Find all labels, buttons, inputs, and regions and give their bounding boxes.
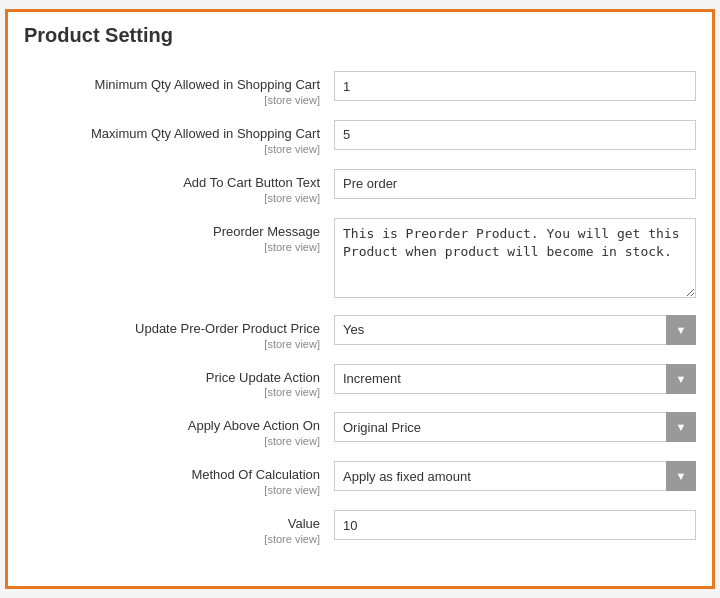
row-price-update-action: Price Update Action[store view]Increment…: [24, 364, 696, 399]
select-update-price[interactable]: YesNo: [334, 315, 696, 345]
label-method-of-calculation: Method Of Calculation: [24, 467, 320, 484]
label-col-add-to-cart-text: Add To Cart Button Text[store view]: [24, 169, 334, 204]
label-col-apply-above-action-on: Apply Above Action On[store view]: [24, 412, 334, 447]
input-max-qty[interactable]: [334, 120, 696, 150]
select-apply-above-action-on[interactable]: Original PriceSpecial Price: [334, 412, 696, 442]
label-value: Value: [24, 516, 320, 533]
select-wrapper-method-of-calculation: Apply as fixed amountApply as percentage…: [334, 461, 696, 491]
label-col-min-qty: Minimum Qty Allowed in Shopping Cart[sto…: [24, 71, 334, 106]
label-col-value: Value[store view]: [24, 510, 334, 545]
label-col-max-qty: Maximum Qty Allowed in Shopping Cart[sto…: [24, 120, 334, 155]
row-preorder-message: Preorder Message[store view]This is Preo…: [24, 218, 696, 301]
input-col-max-qty: [334, 120, 696, 150]
input-add-to-cart-text[interactable]: [334, 169, 696, 199]
product-setting-panel: Product Setting Minimum Qty Allowed in S…: [5, 9, 715, 589]
label-apply-above-action-on: Apply Above Action On: [24, 418, 320, 435]
input-col-method-of-calculation: Apply as fixed amountApply as percentage…: [334, 461, 696, 491]
label-sub-min-qty: [store view]: [24, 94, 320, 106]
label-col-preorder-message: Preorder Message[store view]: [24, 218, 334, 253]
row-apply-above-action-on: Apply Above Action On[store view]Origina…: [24, 412, 696, 447]
label-preorder-message: Preorder Message: [24, 224, 320, 241]
select-price-update-action[interactable]: IncrementDecrement: [334, 364, 696, 394]
label-sub-preorder-message: [store view]: [24, 241, 320, 253]
label-min-qty: Minimum Qty Allowed in Shopping Cart: [24, 77, 320, 94]
page-title: Product Setting: [24, 24, 696, 53]
row-min-qty: Minimum Qty Allowed in Shopping Cart[sto…: [24, 71, 696, 106]
row-value: Value[store view]: [24, 510, 696, 545]
row-update-price: Update Pre-Order Product Price[store vie…: [24, 315, 696, 350]
label-col-update-price: Update Pre-Order Product Price[store vie…: [24, 315, 334, 350]
input-col-value: [334, 510, 696, 540]
select-wrapper-update-price: YesNo▼: [334, 315, 696, 345]
select-wrapper-price-update-action: IncrementDecrement▼: [334, 364, 696, 394]
input-col-apply-above-action-on: Original PriceSpecial Price▼: [334, 412, 696, 442]
label-price-update-action: Price Update Action: [24, 370, 320, 387]
label-sub-apply-above-action-on: [store view]: [24, 435, 320, 447]
label-sub-price-update-action: [store view]: [24, 386, 320, 398]
label-sub-method-of-calculation: [store view]: [24, 484, 320, 496]
input-col-preorder-message: This is Preorder Product. You will get t…: [334, 218, 696, 301]
label-col-method-of-calculation: Method Of Calculation[store view]: [24, 461, 334, 496]
row-max-qty: Maximum Qty Allowed in Shopping Cart[sto…: [24, 120, 696, 155]
input-col-update-price: YesNo▼: [334, 315, 696, 345]
textarea-preorder-message[interactable]: This is Preorder Product. You will get t…: [334, 218, 696, 298]
input-col-add-to-cart-text: [334, 169, 696, 199]
label-max-qty: Maximum Qty Allowed in Shopping Cart: [24, 126, 320, 143]
label-sub-update-price: [store view]: [24, 338, 320, 350]
input-min-qty[interactable]: [334, 71, 696, 101]
label-sub-max-qty: [store view]: [24, 143, 320, 155]
input-value[interactable]: [334, 510, 696, 540]
label-sub-add-to-cart-text: [store view]: [24, 192, 320, 204]
input-col-min-qty: [334, 71, 696, 101]
label-col-price-update-action: Price Update Action[store view]: [24, 364, 334, 399]
label-update-price: Update Pre-Order Product Price: [24, 321, 320, 338]
row-add-to-cart-text: Add To Cart Button Text[store view]: [24, 169, 696, 204]
select-method-of-calculation[interactable]: Apply as fixed amountApply as percentage: [334, 461, 696, 491]
form-container: Minimum Qty Allowed in Shopping Cart[sto…: [24, 71, 696, 545]
select-wrapper-apply-above-action-on: Original PriceSpecial Price▼: [334, 412, 696, 442]
label-add-to-cart-text: Add To Cart Button Text: [24, 175, 320, 192]
label-sub-value: [store view]: [24, 533, 320, 545]
row-method-of-calculation: Method Of Calculation[store view]Apply a…: [24, 461, 696, 496]
input-col-price-update-action: IncrementDecrement▼: [334, 364, 696, 394]
